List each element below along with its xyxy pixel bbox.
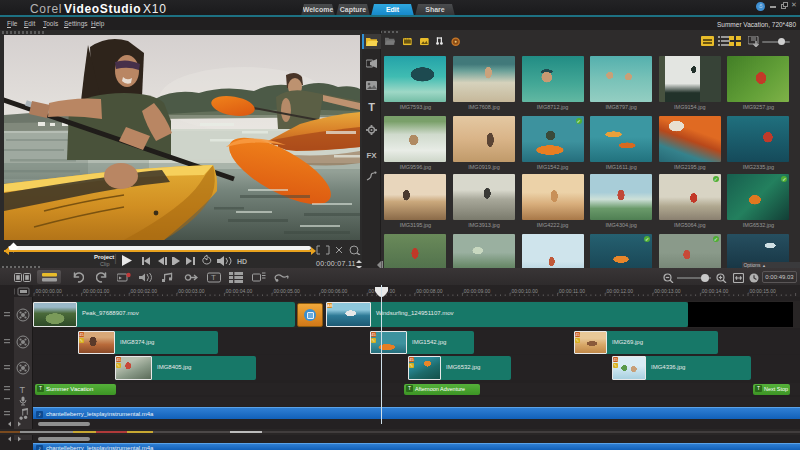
svg-text:HD: HD — [237, 258, 247, 265]
svg-text:T: T — [211, 273, 216, 282]
